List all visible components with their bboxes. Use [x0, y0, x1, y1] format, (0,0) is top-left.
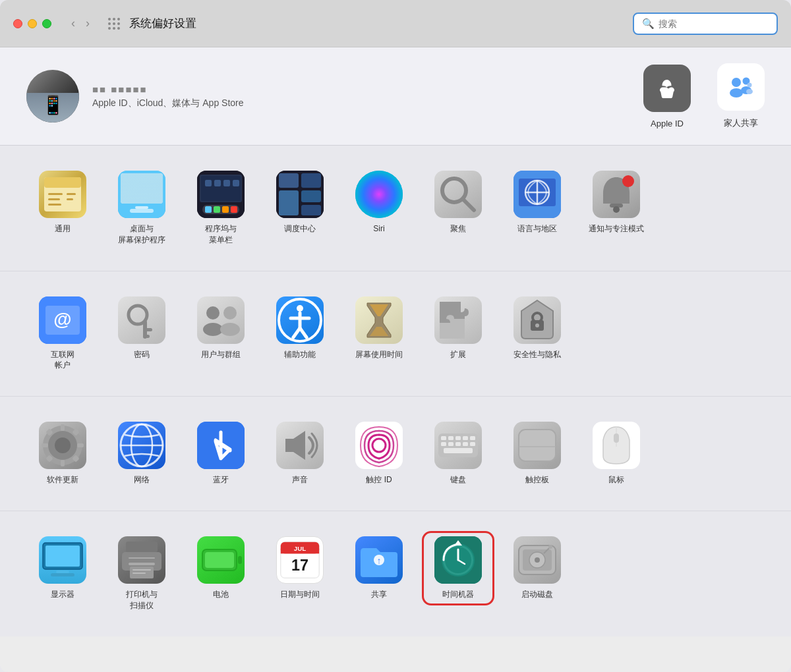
siri-label: Siri [373, 223, 384, 235]
svg-rect-36 [214, 180, 221, 186]
svg-rect-81 [77, 443, 84, 447]
svg-rect-35 [205, 180, 212, 186]
internet-icon: @ [39, 296, 86, 344]
pref-notification[interactable]: 通知与专注模式 [580, 165, 653, 240]
svg-rect-78 [61, 424, 65, 431]
pref-spotlight[interactable]: 聚焦 [422, 165, 494, 240]
svg-rect-44 [301, 205, 321, 215]
svg-rect-114 [129, 563, 155, 565]
sharing-label: 共享 [371, 589, 387, 600]
traffic-lights [13, 19, 51, 28]
pref-language[interactable]: 语言与地区 [501, 165, 573, 240]
svg-point-63 [206, 306, 220, 320]
pref-battery[interactable]: 电池 [185, 531, 257, 605]
apple-id-label: Apple ID [651, 119, 684, 128]
svg-rect-80 [42, 443, 48, 447]
accessibility-label: 辅助功能 [284, 349, 316, 360]
family-sharing-item[interactable]: 家人共享 [717, 63, 765, 129]
svg-rect-20 [67, 193, 76, 195]
software-label: 软件更新 [47, 474, 78, 486]
pref-siri[interactable]: Siri [343, 165, 415, 240]
svg-point-5 [117, 22, 120, 25]
bluetooth-icon [197, 422, 245, 469]
svg-rect-42 [279, 190, 299, 215]
maximize-button[interactable] [42, 19, 51, 28]
svg-rect-118 [132, 573, 146, 574]
pref-software[interactable]: 软件更新 [26, 416, 99, 491]
pref-general[interactable]: 通用 [26, 165, 99, 240]
accessibility-icon [276, 296, 324, 344]
pref-printer[interactable]: 打印机与 扫描仪 [105, 531, 178, 617]
pref-sound[interactable]: 声音 [264, 416, 336, 491]
desktop-label: 桌面与 屏幕保护程序 [118, 223, 165, 246]
pref-screentime[interactable]: 屏幕使用时间 [343, 291, 415, 366]
svg-point-45 [355, 171, 403, 218]
section-1: 通用 [0, 146, 791, 271]
close-button[interactable] [13, 19, 22, 28]
svg-line-72 [300, 328, 307, 337]
security-label: 安全性与隐私 [513, 349, 561, 360]
pref-timemachine[interactable]: 时间机器 [422, 531, 494, 605]
svg-rect-25 [135, 206, 148, 209]
grid-icon[interactable] [107, 16, 121, 31]
svg-rect-117 [132, 569, 151, 571]
svg-rect-34 [231, 206, 237, 213]
avatar-image [26, 70, 79, 123]
dock-icon [197, 171, 245, 218]
pref-password[interactable]: 密码 [105, 291, 178, 366]
apple-id-item[interactable]: Apple ID [643, 65, 691, 128]
sound-icon [276, 422, 324, 469]
svg-rect-99 [448, 442, 454, 446]
pref-bluetooth[interactable]: 蓝牙 [185, 416, 257, 491]
trackpad-label: 触控板 [525, 474, 549, 486]
pref-trackpad[interactable]: 触控板 [501, 416, 573, 491]
svg-rect-96 [463, 436, 468, 440]
back-button[interactable]: ‹ [67, 14, 79, 33]
svg-rect-29 [201, 176, 241, 201]
svg-point-68 [297, 305, 303, 312]
svg-text:↑: ↑ [377, 555, 382, 566]
svg-rect-98 [441, 442, 446, 446]
pref-startup[interactable]: 启动磁盘 [501, 531, 573, 605]
profile-subtitle: Apple ID、iCloud、媒体与 App Store [92, 98, 244, 109]
pref-display[interactable]: 显示器 [26, 531, 99, 605]
pref-touchid[interactable]: 触控 ID [343, 416, 415, 491]
avatar[interactable] [26, 70, 79, 123]
search-box[interactable]: 🔍 [633, 13, 778, 35]
pref-mouse[interactable]: 鼠标 [580, 416, 653, 491]
pref-sharing[interactable]: ↑ 共享 [343, 531, 415, 605]
search-input[interactable] [659, 18, 769, 29]
pref-network[interactable]: 网络 [105, 416, 178, 491]
svg-rect-21 [67, 198, 73, 200]
pref-mission-control[interactable]: 调度中心 [264, 165, 336, 240]
pref-users[interactable]: 用户与群组 [185, 291, 257, 366]
security-icon [513, 296, 561, 344]
svg-point-0 [108, 18, 111, 20]
network-icon [118, 422, 165, 469]
pref-desktop[interactable]: 桌面与 屏幕保护程序 [105, 165, 178, 251]
svg-point-13 [747, 83, 752, 88]
trackpad-icon [513, 422, 561, 469]
pref-dock[interactable]: 程序坞与 菜单栏 [185, 165, 257, 251]
pref-extensions[interactable]: 扩展 [422, 291, 494, 366]
sharing-icon: ↑ [355, 536, 403, 584]
pref-datetime[interactable]: JUL 17 日期与时间 [264, 531, 336, 605]
pref-internet[interactable]: @ 互联网 帐户 [26, 291, 99, 377]
titlebar: ‹ › 系统偏好设置 🔍 [0, 0, 791, 47]
svg-point-55 [622, 175, 634, 187]
svg-rect-61 [143, 328, 152, 331]
svg-rect-33 [222, 206, 229, 213]
svg-rect-31 [205, 206, 212, 213]
svg-rect-17 [48, 193, 63, 195]
pref-security[interactable]: 安全性与隐私 [501, 291, 573, 366]
display-icon [39, 536, 86, 584]
bluetooth-label: 蓝牙 [213, 474, 229, 486]
spotlight-label: 聚焦 [450, 223, 466, 235]
svg-point-4 [113, 22, 115, 25]
pref-accessibility[interactable]: 辅助功能 [264, 291, 336, 366]
svg-rect-115 [129, 557, 155, 559]
forward-button[interactable]: › [82, 14, 94, 33]
minimize-button[interactable] [28, 19, 37, 28]
pref-keyboard[interactable]: 键盘 [422, 416, 494, 491]
family-sharing-icon [717, 63, 765, 111]
